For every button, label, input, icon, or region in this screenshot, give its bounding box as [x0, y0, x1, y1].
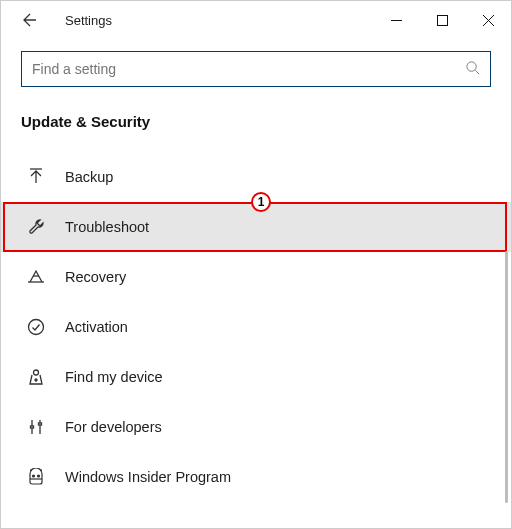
svg-rect-13: [39, 423, 42, 425]
search-box[interactable]: [21, 51, 491, 87]
svg-point-15: [38, 475, 40, 477]
scrollbar[interactable]: [505, 251, 508, 503]
nav-item-label: Windows Insider Program: [65, 469, 231, 485]
nav-item-for-developers[interactable]: For developers: [1, 402, 511, 452]
minimize-button[interactable]: [373, 4, 419, 36]
backup-arrow-icon: [25, 166, 47, 188]
nav-item-backup[interactable]: Backup: [1, 152, 511, 202]
nav-item-label: Find my device: [65, 369, 163, 385]
maximize-icon: [437, 15, 448, 26]
nav-item-troubleshoot[interactable]: Troubleshoot: [1, 202, 511, 252]
windows-insider-icon: [25, 466, 47, 488]
nav-item-recovery[interactable]: Recovery: [1, 252, 511, 302]
nav-item-label: Backup: [65, 169, 113, 185]
section-title: Update & Security: [21, 113, 491, 130]
search-icon: [465, 60, 480, 79]
titlebar: Settings: [1, 1, 511, 39]
nav-item-label: Recovery: [65, 269, 126, 285]
svg-rect-12: [31, 426, 34, 428]
find-device-icon: [25, 366, 47, 388]
svg-point-4: [467, 61, 476, 70]
check-circle-icon: [25, 316, 47, 338]
search-input[interactable]: [32, 61, 465, 77]
minimize-icon: [391, 15, 402, 26]
nav-item-windows-insider[interactable]: Windows Insider Program: [1, 452, 511, 502]
content-area: Update & Security Backup Troubleshoo: [1, 39, 511, 528]
nav-item-label: For developers: [65, 419, 162, 435]
nav-item-activation[interactable]: Activation: [1, 302, 511, 352]
svg-point-10: [34, 370, 39, 375]
svg-point-9: [29, 320, 44, 335]
window-title: Settings: [65, 13, 112, 28]
recovery-icon: [25, 266, 47, 288]
settings-window: Settings: [0, 0, 512, 529]
nav-item-find-my-device[interactable]: Find my device: [1, 352, 511, 402]
nav-item-label: Troubleshoot: [65, 219, 149, 235]
svg-point-14: [33, 475, 35, 477]
wrench-icon: [25, 216, 47, 238]
svg-point-11: [35, 379, 37, 381]
nav-list: Backup Troubleshoot Re: [1, 152, 511, 502]
close-button[interactable]: [465, 4, 511, 36]
nav-item-label: Activation: [65, 319, 128, 335]
window-controls: [373, 4, 511, 36]
svg-line-5: [475, 70, 479, 74]
developer-tools-icon: [25, 416, 47, 438]
close-icon: [483, 15, 494, 26]
arrow-left-icon: [21, 12, 37, 28]
back-button[interactable]: [15, 6, 43, 34]
maximize-button[interactable]: [419, 4, 465, 36]
svg-rect-1: [437, 15, 447, 25]
